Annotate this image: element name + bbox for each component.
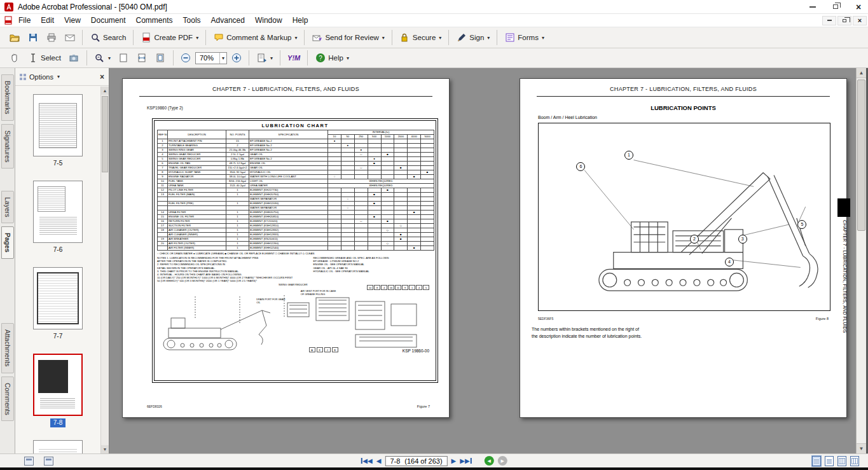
print-button[interactable] xyxy=(42,30,60,46)
menu-document[interactable]: Document xyxy=(86,15,131,26)
document-icon xyxy=(3,15,13,26)
left-figure-label: Figure 7 xyxy=(417,404,430,408)
main-area: BookmarksSignaturesLayersPagesAttachment… xyxy=(0,68,868,453)
page-count-label: (164 of 263) xyxy=(404,457,442,465)
next-view-button[interactable]: ▶ xyxy=(498,456,507,466)
page-thumbnail[interactable] xyxy=(33,94,83,156)
menu-tools[interactable]: Tools xyxy=(178,15,206,26)
status-panel-icon[interactable] xyxy=(44,457,53,466)
create-pdf-button[interactable]: Create PDF▾ xyxy=(137,30,202,46)
fit-page-button[interactable] xyxy=(151,50,170,66)
sidebar-tab-bookmarks[interactable]: Bookmarks xyxy=(1,74,14,121)
email-icon xyxy=(64,32,75,43)
menu-view[interactable]: View xyxy=(59,15,86,26)
menu-edit[interactable]: Edit xyxy=(36,15,59,26)
diagram-number: 10 xyxy=(367,285,373,290)
next-page-button[interactable]: ▶ xyxy=(451,457,457,464)
sidebar-tab-pages[interactable]: Pages xyxy=(1,226,14,259)
layout-facing-button[interactable] xyxy=(837,456,846,466)
panel-scroll-thumb[interactable] xyxy=(102,96,108,172)
right-page-header: CHAPTER 7 - LUBRICATION, FILTERS, AND FL… xyxy=(520,86,846,92)
navigation-tab-strip: BookmarksSignaturesLayersPagesAttachment… xyxy=(0,68,15,453)
menu-file[interactable]: File xyxy=(13,15,36,26)
panel-close-icon[interactable]: × xyxy=(100,73,104,81)
restore-button[interactable] xyxy=(826,0,845,13)
zoom-in-icon xyxy=(231,53,242,64)
diagram-number: 4 xyxy=(381,285,387,290)
sidebar-tab-layers[interactable]: Layers xyxy=(1,191,14,224)
page-thumbnail[interactable] xyxy=(33,354,83,416)
thumbnail-item[interactable]: 7-8 xyxy=(33,354,83,427)
zoom-level-combo[interactable]: 70%▾ xyxy=(195,52,227,64)
send-for-review-button[interactable]: Send for Review▾ xyxy=(308,30,388,46)
document-scrollbar[interactable]: ▲ ▼ xyxy=(856,68,866,453)
page-thumbnail[interactable] xyxy=(33,181,83,243)
email-button[interactable] xyxy=(60,30,79,46)
page-number-field[interactable]: 7-8 xyxy=(390,457,400,465)
chart-row: 16RETURN FILTER1ELEMENT (KTJ11620)□■ xyxy=(158,219,434,224)
previous-page-button[interactable]: ◀ xyxy=(376,457,382,464)
page-thumbnail[interactable] xyxy=(33,440,83,453)
scroll-down-icon[interactable]: ▼ xyxy=(857,443,866,453)
pdf-page-left: CHAPTER 7 - LUBRICATION, FILTERS, AND FL… xyxy=(122,78,450,418)
options-button[interactable]: Options xyxy=(29,73,53,81)
help-button[interactable]: ? Help▾ xyxy=(311,50,353,66)
scroll-thumb[interactable] xyxy=(857,79,865,231)
minimize-button[interactable] xyxy=(803,0,822,13)
callout-5: 5 xyxy=(797,220,806,229)
sidebar-tab-comments[interactable]: Comments xyxy=(1,377,14,422)
zoom-out-button[interactable] xyxy=(177,50,195,66)
layout-continuous-facing-button[interactable] xyxy=(850,456,859,466)
panel-scroll-up-icon[interactable]: ▲ xyxy=(101,86,109,95)
air-vent-label: AIR VENT PORT FOR IN CASE OF GREASE FILL… xyxy=(301,290,340,296)
doc-minimize-button[interactable] xyxy=(822,16,836,25)
snapshot-tool-button[interactable] xyxy=(65,50,83,66)
panel-scroll-down-icon[interactable]: ▼ xyxy=(101,445,109,453)
layout-single-page-button[interactable] xyxy=(812,456,821,466)
zoom-tool-button[interactable]: ▾ xyxy=(90,50,114,66)
page-number-box[interactable]: 7-8 (164 of 263) xyxy=(385,456,447,466)
menu-advanced[interactable]: Advanced xyxy=(206,15,250,26)
menu-window[interactable]: Window xyxy=(250,15,287,26)
save-icon xyxy=(27,32,38,43)
zoom-in-button[interactable] xyxy=(227,50,245,66)
last-page-button[interactable]: ▶▶ xyxy=(460,457,471,464)
diagram-letter: B xyxy=(332,347,338,352)
thumbnail-item[interactable]: 7-6 xyxy=(33,181,83,254)
comment-markup-button[interactable]: Comment & Markup▾ xyxy=(209,30,301,46)
sidebar-tab-attachments[interactable]: Attachments xyxy=(1,323,14,373)
page-thumbnail[interactable] xyxy=(33,267,83,329)
hand-tool-button[interactable] xyxy=(5,50,24,66)
layout-continuous-button[interactable] xyxy=(825,456,834,466)
thumbnail-item[interactable]: 7-7 xyxy=(33,267,83,341)
chart-row: FUEL FILTER (PRE)1ELEMENT (KHH12030)■ xyxy=(158,202,434,206)
first-page-button[interactable]: ◀◀ xyxy=(361,457,372,464)
sign-button[interactable]: Sign▾ xyxy=(452,30,493,46)
page-layout-controls xyxy=(812,456,859,466)
part-number: KSP 19860-00 xyxy=(403,349,429,353)
search-button[interactable]: Search xyxy=(86,30,130,46)
save-button[interactable] xyxy=(24,30,42,46)
doc-restore-button[interactable] xyxy=(837,16,851,25)
secure-button[interactable]: Secure▾ xyxy=(396,30,445,46)
thumbnail-item[interactable] xyxy=(33,440,83,453)
menu-help[interactable]: Help xyxy=(287,15,313,26)
forms-button[interactable]: Forms▾ xyxy=(500,30,548,46)
select-tool-button[interactable]: Select xyxy=(24,50,65,66)
open-button[interactable] xyxy=(5,30,24,46)
previous-view-button[interactable]: ◀ xyxy=(485,456,494,466)
close-button[interactable]: × xyxy=(849,0,868,13)
status-page-icon[interactable] xyxy=(24,457,34,466)
actual-size-button[interactable] xyxy=(114,50,133,66)
thumbnail-item[interactable]: 7-5 xyxy=(33,94,83,168)
fit-width-button[interactable] xyxy=(133,50,151,66)
page-display-button[interactable]: ▾ xyxy=(252,50,277,66)
sidebar-tab-signatures[interactable]: Signatures xyxy=(1,124,14,169)
thumbnail-label: 7-8 xyxy=(50,418,65,427)
left-page-header: CHAPTER 7 - LUBRICATION, FILTERS, AND FL… xyxy=(123,86,449,92)
panel-scrollbar[interactable]: ▲ ▼ xyxy=(100,86,109,453)
doc-close-button[interactable]: × xyxy=(853,16,867,25)
scroll-up-icon[interactable]: ▲ xyxy=(857,68,866,78)
menu-comments[interactable]: Comments xyxy=(131,15,178,26)
ym-button[interactable]: Y!M xyxy=(284,52,304,64)
